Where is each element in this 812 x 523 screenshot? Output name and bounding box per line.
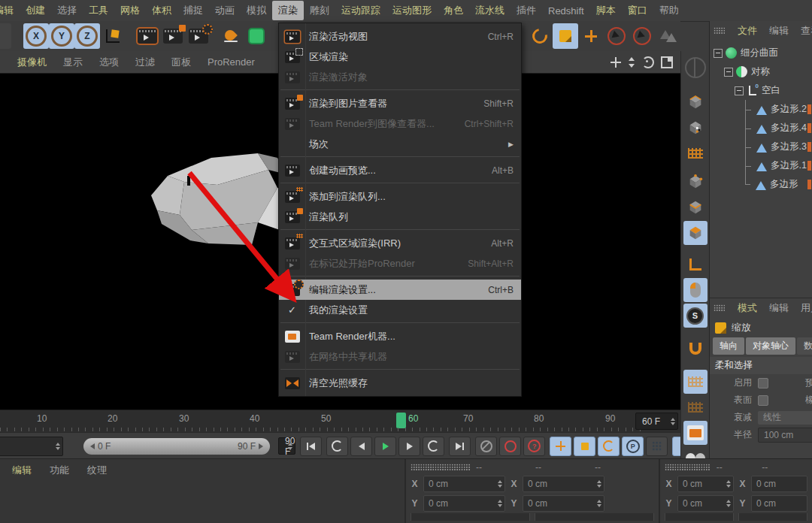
texture-tag-icon[interactable] <box>807 161 811 171</box>
spinner-icon[interactable] <box>726 480 731 488</box>
material-menu-function[interactable]: 功能 <box>50 464 69 477</box>
range-left-arrow-icon[interactable] <box>90 443 95 449</box>
next-frame-button[interactable] <box>398 437 420 456</box>
move-button[interactable] <box>578 23 604 49</box>
autokey-button[interactable] <box>499 437 521 456</box>
pan-view-icon[interactable] <box>611 57 621 68</box>
model-mode-button[interactable] <box>683 90 707 114</box>
goto-start-button[interactable] <box>300 437 322 456</box>
expand-toggle-icon[interactable] <box>724 68 733 77</box>
menu-help[interactable]: 帮助 <box>653 1 685 20</box>
record-position-toggle[interactable] <box>550 437 571 456</box>
menu-simulate[interactable]: 模拟 <box>241 1 272 20</box>
tree-item-polygon-3[interactable]: 多边形.3 <box>710 138 812 156</box>
spinner-icon[interactable] <box>288 443 292 450</box>
menu-snap[interactable]: 捕捉 <box>177 1 209 20</box>
radius-input[interactable]: 100 cm <box>758 428 812 443</box>
previous-frame-button[interactable] <box>350 437 372 456</box>
points-mode-button[interactable] <box>683 170 707 194</box>
menu-pipeline[interactable]: 流水线 <box>469 1 511 20</box>
expand-toggle-icon[interactable] <box>735 86 744 95</box>
coordinate-input[interactable]: 0 cm <box>677 495 734 512</box>
loop-button[interactable] <box>423 437 444 456</box>
render-settings-button[interactable] <box>186 23 211 49</box>
spinner-icon[interactable] <box>597 480 601 488</box>
menu-select[interactable]: 选择 <box>51 1 83 20</box>
tree-item-subdivision-surface[interactable]: 细分曲面 <box>710 44 812 62</box>
frame-ruler[interactable]: 10 20 30 40 50 60 70 80 90 <box>0 410 644 433</box>
frame-step-field[interactable] <box>0 437 63 456</box>
rotate-workplane-mode-button[interactable] <box>683 395 707 419</box>
menu-mograph[interactable]: 运动图形 <box>386 1 438 20</box>
convert-object-button[interactable] <box>683 56 707 80</box>
range-right-arrow-icon[interactable] <box>259 443 263 449</box>
snap-cursor-b-button[interactable] <box>629 23 655 49</box>
material-menu-texture[interactable]: 纹理 <box>87 464 107 477</box>
play-button[interactable] <box>374 437 396 456</box>
enable-checkbox[interactable] <box>758 378 768 388</box>
tree-item-polygon-4[interactable]: 多边形.4 <box>710 119 812 138</box>
record-rotation-toggle[interactable] <box>598 437 620 456</box>
spline-pen-button[interactable] <box>218 23 244 49</box>
om-menu-file[interactable]: 文件 <box>732 24 762 38</box>
menu-item-start-prorender-at-marker[interactable]: 在标记处开始ProRender Shift+Alt+R <box>279 253 521 274</box>
toggle-view-icon[interactable] <box>661 56 673 68</box>
viewport-menu-options[interactable]: 选项 <box>91 56 127 69</box>
menu-item-render-to-picture-viewer[interactable]: 渲染到图片查看器 Shift+R <box>279 93 521 113</box>
spinner-icon[interactable] <box>498 500 502 507</box>
quantize-button[interactable] <box>655 23 680 49</box>
menu-item-add-to-render-queue[interactable]: 添加到渲染队列... <box>279 186 521 207</box>
locked-workplane-button[interactable] <box>683 370 707 394</box>
spinner-icon[interactable] <box>671 418 675 425</box>
playhead[interactable] <box>396 413 406 428</box>
viewport-solo-button[interactable] <box>683 278 707 302</box>
am-menu-mode[interactable]: 模式 <box>732 301 762 315</box>
viewport-menu-panel[interactable]: 面板 <box>163 56 199 69</box>
tree-item-polygon[interactable]: 多边形 <box>710 175 812 194</box>
menu-character[interactable]: 角色 <box>438 1 469 20</box>
planar-workplane-button[interactable] <box>553 23 578 49</box>
spinner-icon[interactable] <box>597 500 601 507</box>
viewport-menu-prorender[interactable]: ProRender <box>199 56 263 68</box>
menu-item-render-queue[interactable]: 渲染队列 <box>279 207 521 227</box>
menu-item-my-render-settings[interactable]: ✓ 我的渲染设置 <box>279 300 521 320</box>
lock-y-axis-button[interactable]: Y <box>49 23 74 49</box>
menu-animate[interactable]: 动画 <box>209 1 241 20</box>
menu-script[interactable]: 脚本 <box>590 1 622 20</box>
spinner-icon[interactable] <box>56 443 60 450</box>
coordinate-input[interactable]: 0 cm <box>423 495 505 512</box>
tab-clipped[interactable]: 数 <box>797 337 812 355</box>
viewport-menu-display[interactable]: 显示 <box>55 56 91 69</box>
coordinate-input[interactable]: 0 cm <box>677 476 734 492</box>
tab-axis[interactable]: 轴向 <box>713 337 744 355</box>
grip-icon[interactable] <box>411 464 470 471</box>
menu-render[interactable]: 渲染 <box>272 1 304 20</box>
viewport-menu-camera[interactable]: 摄像机 <box>9 56 55 69</box>
om-menu-edit[interactable]: 编辑 <box>764 24 794 38</box>
record-button[interactable] <box>475 437 497 456</box>
menu-item-region-render[interactable]: 区域渲染 <box>279 47 521 67</box>
am-menu-edit[interactable]: 编辑 <box>764 301 794 315</box>
menu-item-flush-illumination-cache[interactable]: 清空光照缓存 <box>279 373 521 393</box>
current-frame-field[interactable]: 60 F <box>635 413 678 430</box>
surface-checkbox[interactable] <box>758 395 768 406</box>
material-menu-edit[interactable]: 编辑 <box>12 464 32 477</box>
snap-settings-button[interactable]: S <box>683 304 707 328</box>
menu-sculpt[interactable]: 雕刻 <box>304 1 335 20</box>
menu-window[interactable]: 窗口 <box>622 1 653 20</box>
menu-item-interactive-region-render[interactable]: 交互式区域渲染(IRR) Alt+R <box>279 233 521 253</box>
frame-range-slider[interactable]: 0 F 90 F <box>83 438 270 455</box>
menu-item-team-render-machines[interactable]: Team Render机器... <box>279 326 521 346</box>
lock-x-axis-button[interactable]: X <box>23 23 49 49</box>
render-view-button[interactable] <box>135 23 160 49</box>
texture-tag-icon[interactable] <box>807 180 811 189</box>
coordinate-input[interactable]: 0 cm <box>751 495 807 512</box>
coordinate-input[interactable]: 0 cm <box>423 476 505 492</box>
play-backwards-button[interactable] <box>326 437 348 456</box>
menu-create[interactable]: 创建 <box>20 1 51 20</box>
menu-item-takes[interactable]: 场次 ▶ <box>279 134 521 154</box>
menu-mesh[interactable]: 网格 <box>114 1 146 20</box>
om-menu-view[interactable]: 查看 <box>795 24 812 38</box>
snap-cursor-a-button[interactable] <box>604 23 629 49</box>
spinner-icon[interactable] <box>498 480 502 488</box>
